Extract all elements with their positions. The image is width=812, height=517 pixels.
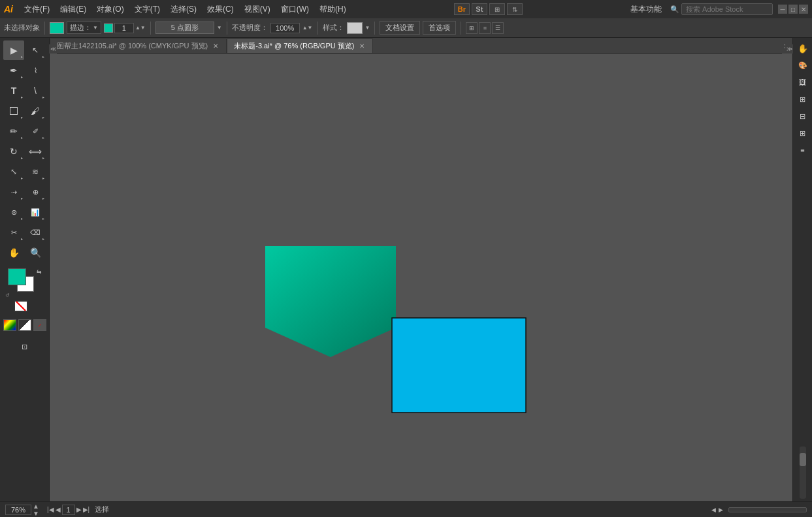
rectangle-tool-arrow: ▸ (21, 115, 23, 119)
page-first-button[interactable]: |◀ (47, 506, 54, 513)
artboard-prev-button[interactable]: ◀ (711, 507, 716, 513)
menu-edit[interactable]: 编辑(E) (56, 3, 91, 16)
align-panel-icon: ⊟ (800, 112, 805, 121)
tabs-bar: 图帮主1422105.ai* @ 100% (CMYK/GPU 预览) ✕ 未标… (50, 38, 792, 54)
eraser-tool-button[interactable]: ⌫ ▸ (25, 223, 46, 242)
page-next-button[interactable]: ▶ (76, 506, 82, 513)
brush-preset-field[interactable]: 5 点圆形 (155, 22, 214, 34)
pen-tool-button[interactable]: ✒ ▸ (3, 61, 24, 80)
doc-settings-button[interactable]: 文档设置 (380, 21, 420, 35)
opacity-input[interactable]: 100% (270, 23, 300, 33)
slice-tool-button[interactable]: ✂ ▸ (3, 223, 24, 242)
align-panel-button[interactable]: ⊟ (795, 108, 811, 124)
zoom-down-button[interactable]: ▼ (33, 510, 39, 517)
page-last-button[interactable]: ▶| (83, 506, 90, 513)
menu-type[interactable]: 文字(T) (130, 3, 165, 16)
zoom-input[interactable] (5, 505, 31, 515)
rectangle-tool-button[interactable]: ▸ (3, 101, 24, 121)
swap-colors-icon[interactable]: ⇆ (37, 268, 42, 275)
reflect-tool-button[interactable]: ⟺ ▸ (25, 142, 46, 161)
menu-file[interactable]: 文件(F) (20, 3, 54, 16)
slice-tools-row: ✂ ▸ ⌫ ▸ (3, 223, 46, 242)
preferences-button[interactable]: 首选项 (423, 21, 456, 35)
right-panel-collapse[interactable]: ≫ (785, 44, 793, 54)
image-panel-button[interactable]: 🖼 (795, 74, 811, 90)
scale-icon: ⤡ (10, 167, 17, 176)
workspace-label[interactable]: 基本功能 (626, 3, 666, 16)
pencil-tool-button[interactable]: ✏ ▸ (3, 121, 24, 141)
stroke-color-swatch-2[interactable] (14, 300, 28, 312)
none-mode-button[interactable]: ─ (33, 319, 46, 331)
graph-tool-button[interactable]: 📊 ▸ (25, 202, 46, 222)
scale-tool-button[interactable]: ⤡ ▸ (3, 162, 24, 181)
window-controls: ─ □ ✕ (778, 5, 808, 14)
menu-help[interactable]: 帮助(H) (315, 3, 351, 16)
arrange-icon-1[interactable]: ⊞ (466, 22, 478, 34)
zoom-tool-button[interactable]: 🔍 (25, 243, 46, 262)
close-button[interactable]: ✕ (799, 5, 808, 14)
shape-rectangle[interactable] (392, 318, 526, 413)
foreground-color-swatch[interactable] (8, 268, 26, 285)
bridge-icon[interactable]: Br (454, 3, 470, 15)
tab-0[interactable]: 图帮主1422105.ai* @ 100% (CMYK/GPU 预览) ✕ (50, 39, 227, 53)
v-scroll-track[interactable] (800, 446, 806, 499)
menu-effect[interactable]: 效果(C) (203, 3, 238, 16)
color-mode-button[interactable] (3, 319, 16, 331)
stroke-width-input[interactable]: 1 (114, 23, 134, 33)
type-tool-button[interactable]: T ▸ (3, 81, 24, 101)
symbol-tool-button[interactable]: ⊛ ▸ (3, 202, 24, 222)
page-prev-button[interactable]: ◀ (56, 506, 61, 513)
zoom-arrows[interactable]: ▲ ▼ (33, 503, 39, 517)
brush-preset-arrow[interactable]: ▼ (217, 25, 222, 31)
color-panel-button[interactable]: 🎨 (795, 57, 811, 73)
style-swatch[interactable] (347, 22, 363, 34)
fill-swatch[interactable] (50, 22, 64, 34)
curvature-tool-button[interactable]: ⌇ (25, 61, 46, 80)
shapebuilder-tool-button[interactable]: ⊕ ▸ (25, 182, 46, 202)
search-icon: 🔍 (670, 5, 679, 14)
arrange-icon-3[interactable]: ☰ (492, 22, 504, 34)
stroke-dropdown[interactable]: 描边： ▼ (67, 22, 101, 34)
left-panel-collapse[interactable]: ≪ (49, 44, 57, 54)
stock-icon[interactable]: St (472, 3, 487, 15)
style-arrow[interactable]: ▼ (365, 25, 370, 31)
color-section: ⇆ ↺ (5, 268, 44, 298)
sync-icon[interactable]: ⇅ (507, 3, 523, 15)
menu-object[interactable]: 对象(O) (92, 3, 128, 16)
reset-colors-icon[interactable]: ↺ (5, 292, 10, 298)
artboard-tool-button[interactable]: ⊡ (5, 337, 44, 356)
shape-pentagon[interactable] (265, 246, 396, 357)
transform-panel-button[interactable]: ⊞ (795, 125, 811, 141)
width-tool-button[interactable]: ⇢ ▸ (3, 182, 24, 202)
opacity-arrow[interactable]: ▲▼ (302, 25, 313, 31)
tab-1[interactable]: 未标题-3.ai* @ 76% (RGB/GPU 预览) ✕ (227, 39, 373, 53)
search-input[interactable] (681, 3, 773, 15)
line-tool-button[interactable]: \ ▸ (25, 81, 46, 101)
page-number-input[interactable] (62, 505, 75, 515)
hand-panel-button[interactable]: ✋ (795, 40, 811, 56)
layers-panel-button[interactable]: ≡ (795, 142, 811, 158)
direct-selection-tool-button[interactable]: ↖ ▸ (25, 40, 46, 60)
paintbrush-tool-button[interactable]: 🖌 ▸ (25, 101, 46, 121)
gradient-mode-button[interactable] (18, 319, 31, 331)
stroke-unit-arrow[interactable]: ▲▼ (135, 25, 146, 31)
grid-panel-button[interactable]: ⊞ (795, 91, 811, 107)
artboard-next-button[interactable]: ▶ (719, 507, 723, 513)
rotate-tool-button[interactable]: ↻ ▸ (3, 142, 24, 161)
zoom-up-button[interactable]: ▲ (33, 503, 39, 510)
menu-view[interactable]: 视图(V) (240, 3, 275, 16)
stroke-color-swatch[interactable] (104, 24, 113, 33)
shaper-tool-button[interactable]: ✐ ▸ (25, 121, 46, 141)
arrange-icon-2[interactable]: ≡ (479, 22, 491, 34)
minimize-button[interactable]: ─ (778, 5, 787, 14)
selection-tool-button[interactable]: ▶ ▸ (3, 40, 24, 60)
menu-select[interactable]: 选择(S) (166, 3, 201, 16)
restore-button[interactable]: □ (788, 5, 798, 14)
grid-view-icon[interactable]: ⊞ (489, 3, 505, 15)
warp-tool-button[interactable]: ≋ ▸ (25, 162, 46, 181)
tab-1-close[interactable]: ✕ (358, 42, 366, 50)
menu-window[interactable]: 窗口(W) (276, 3, 314, 16)
hand-tool-button[interactable]: ✋ (3, 243, 24, 262)
direct-selection-icon: ↖ (32, 46, 39, 55)
tab-0-close[interactable]: ✕ (212, 42, 219, 50)
